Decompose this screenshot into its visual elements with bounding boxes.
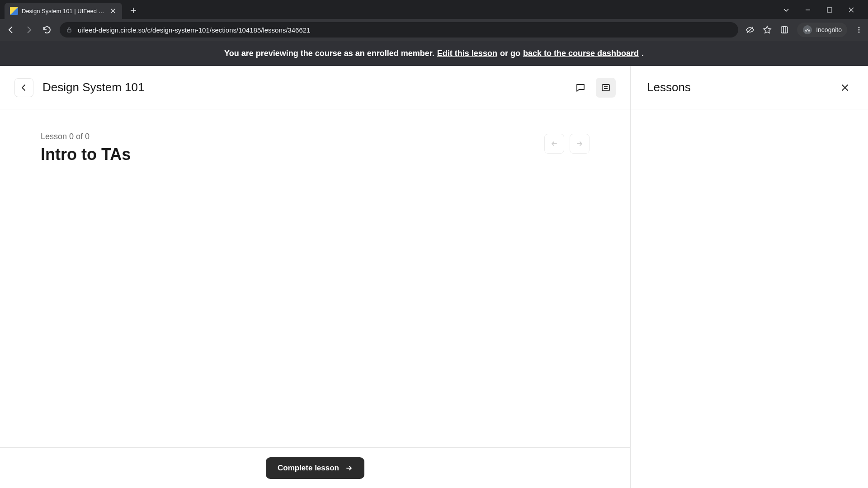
window-maximize-icon[interactable] xyxy=(823,3,836,17)
kebab-menu-icon[interactable] xyxy=(855,26,863,33)
sidebar-close-button[interactable] xyxy=(838,81,852,94)
banner-middle: or go xyxy=(500,49,520,58)
svg-point-7 xyxy=(859,27,860,28)
tab-favicon-icon xyxy=(10,7,18,15)
comments-button[interactable] xyxy=(571,78,590,98)
svg-rect-2 xyxy=(781,27,788,33)
chevron-down-icon[interactable] xyxy=(779,3,793,17)
incognito-badge[interactable]: Incognito xyxy=(797,23,847,37)
lesson-content: Lesson 0 of 0 Intro to TAs xyxy=(0,109,630,447)
new-tab-button[interactable] xyxy=(127,4,140,17)
sidebar-title: Lessons xyxy=(647,80,838,94)
arrow-right-icon xyxy=(345,465,353,472)
bookmark-star-icon[interactable] xyxy=(763,25,772,34)
lesson-counter: Lesson 0 of 0 xyxy=(41,132,590,141)
edit-lesson-link[interactable]: Edit this lesson xyxy=(437,49,497,58)
lesson-title: Intro to TAs xyxy=(41,145,590,164)
address-bar: uifeed-design.circle.so/c/design-system-… xyxy=(0,19,868,41)
browser-tab[interactable]: Design System 101 | UIFeed Desi xyxy=(5,3,122,19)
window-close-icon[interactable] xyxy=(844,3,858,17)
complete-lesson-button[interactable]: Complete lesson xyxy=(266,457,364,479)
nav-back-icon[interactable] xyxy=(5,24,16,35)
url-text: uifeed-design.circle.so/c/design-system-… xyxy=(78,26,732,34)
preview-banner: You are previewing the course as an enro… xyxy=(0,41,868,66)
svg-rect-1 xyxy=(67,29,71,32)
address-bar-right: Incognito xyxy=(745,23,863,37)
lesson-nav xyxy=(544,134,590,154)
browser-chrome: Design System 101 | UIFeed Desi xyxy=(0,0,868,41)
app-area: Design System 101 Lesson 0 of 0 Intro to… xyxy=(0,66,868,488)
banner-suffix: . xyxy=(642,49,644,58)
app-header: Design System 101 xyxy=(0,66,630,109)
lock-icon xyxy=(66,27,72,33)
nav-forward-icon[interactable] xyxy=(24,24,34,35)
incognito-label: Incognito xyxy=(816,26,842,33)
window-controls xyxy=(779,3,868,17)
prev-lesson-button[interactable] xyxy=(544,134,564,154)
tab-title: Design System 101 | UIFeed Desi xyxy=(22,8,106,14)
complete-lesson-label: Complete lesson xyxy=(278,464,339,473)
app-main: Design System 101 Lesson 0 of 0 Intro to… xyxy=(0,66,631,488)
banner-prefix: You are previewing the course as an enro… xyxy=(224,49,434,58)
course-title: Design System 101 xyxy=(42,80,144,94)
nav-reload-icon[interactable] xyxy=(42,24,52,35)
svg-rect-10 xyxy=(602,84,609,91)
back-to-dashboard-link[interactable]: back to the course dashboard xyxy=(523,49,639,58)
lessons-list-button[interactable] xyxy=(596,78,616,98)
url-field[interactable]: uifeed-design.circle.so/c/design-system-… xyxy=(60,22,738,38)
lessons-sidebar: Lessons xyxy=(631,66,868,488)
tab-close-icon[interactable] xyxy=(109,7,117,14)
window-minimize-icon[interactable] xyxy=(801,3,815,17)
sidebar-header: Lessons xyxy=(631,66,868,109)
next-lesson-button[interactable] xyxy=(570,134,590,154)
header-actions xyxy=(571,78,616,98)
svg-point-8 xyxy=(859,29,860,31)
eye-off-icon[interactable] xyxy=(745,25,755,34)
svg-point-9 xyxy=(859,32,860,33)
back-button[interactable] xyxy=(14,78,33,97)
extensions-icon[interactable] xyxy=(780,25,789,34)
svg-rect-3 xyxy=(783,27,785,33)
svg-rect-0 xyxy=(827,8,832,12)
tab-bar: Design System 101 | UIFeed Desi xyxy=(0,0,868,19)
footer-bar: Complete lesson xyxy=(0,447,630,488)
